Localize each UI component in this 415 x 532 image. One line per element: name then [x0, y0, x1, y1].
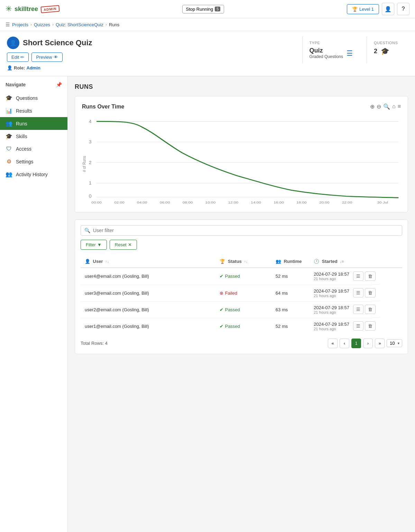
cell-actions: ☰ 🗑: [371, 301, 380, 318]
table-row: user1@email.com (Gosling, Bill) ✔Passed …: [81, 318, 402, 334]
table-row: user3@email.com (Gosling, Bill) ⊗Failed …: [81, 285, 402, 301]
sidebar-label-activity: Activity History: [16, 172, 48, 177]
zoom-out-icon[interactable]: ⊖: [377, 103, 381, 110]
page-1-button[interactable]: 1: [351, 339, 361, 348]
cell-status: ✔Passed: [215, 268, 271, 285]
sidebar-item-activity-history[interactable]: 👥 Activity History: [0, 168, 67, 181]
per-page-select[interactable]: 10 25 50: [387, 339, 402, 347]
filter-card: 🔍 Filter ▼ Reset ✕ 👤 Use: [75, 219, 408, 354]
breadcrumb: ☰ Projects › Quizzes › Quiz: ShortScienc…: [0, 18, 415, 31]
sidebar-item-results[interactable]: 📊 Results: [0, 104, 67, 117]
role-value: Admin: [27, 65, 40, 70]
filter-button[interactable]: Filter ▼: [81, 240, 107, 250]
svg-text:02:00: 02:00: [114, 200, 124, 204]
svg-text:12:00: 12:00: [228, 200, 238, 204]
next-page-button[interactable]: ›: [363, 339, 373, 348]
col-header-status[interactable]: 🏆 Status ↑↓: [215, 255, 271, 268]
logo-text: skilltree: [15, 6, 38, 13]
check-icon: ✔: [220, 274, 223, 279]
user-sort-icon: ↑↓: [105, 259, 109, 264]
svg-text:14:00: 14:00: [251, 200, 261, 204]
delete-button[interactable]: 🗑: [365, 288, 376, 297]
per-page-wrap: 10 25 50: [387, 339, 402, 347]
sidebar-label-results: Results: [16, 108, 32, 114]
sidebar-item-access[interactable]: 🛡 Access: [0, 143, 67, 155]
quiz-title-row: 👤 Short Science Quiz: [7, 37, 92, 49]
edit-icon: ✏: [20, 55, 24, 60]
breadcrumb-quiz-name[interactable]: Quiz: ShortScienceQuiz: [56, 22, 103, 27]
cell-runtime: 64 ms: [271, 285, 310, 301]
sidebar-title: Navigate: [6, 82, 26, 87]
sidebar-item-settings[interactable]: ⚙ Settings: [0, 155, 67, 168]
cell-status: ✔Passed: [215, 301, 271, 318]
detail-button[interactable]: ☰: [353, 321, 363, 331]
search-input[interactable]: [93, 228, 398, 233]
stop-running-button[interactable]: Stop Running 5: [182, 5, 224, 13]
quiz-right: TYPE Quiz Graded Questions ☰ QUESTIONS 2…: [302, 37, 408, 63]
first-page-button[interactable]: «: [328, 339, 338, 348]
status-passed: ✔Passed: [220, 307, 267, 312]
search-row: 🔍: [81, 225, 402, 236]
type-label: TYPE: [310, 41, 353, 45]
user-profile-button[interactable]: 👤: [382, 3, 394, 15]
quiz-avatar: 👤: [7, 37, 19, 49]
col-header-started[interactable]: 🕐 Started ↓=: [310, 255, 371, 268]
sidebar-item-runs[interactable]: 👥 Runs: [0, 117, 67, 130]
runtime-col-icon: 👥: [276, 259, 281, 264]
cell-actions: ☰ 🗑: [371, 268, 380, 285]
logo-area: ✳ skilltree ADMIN: [6, 4, 59, 13]
delete-button[interactable]: 🗑: [365, 321, 376, 331]
preview-button[interactable]: Preview 👁: [31, 53, 62, 62]
sidebar-item-questions[interactable]: 🎓 Questions: [0, 92, 67, 104]
sidebar-label-skills: Skills: [16, 134, 27, 139]
sidebar-label-access: Access: [16, 146, 31, 152]
svg-text:# of Runs: # of Runs: [82, 156, 87, 172]
sidebar-label-questions: Questions: [16, 95, 38, 101]
prev-page-button[interactable]: ‹: [340, 339, 349, 348]
breadcrumb-projects[interactable]: Projects: [12, 22, 28, 27]
detail-button[interactable]: ☰: [353, 305, 363, 314]
cell-status: ⊗Failed: [215, 285, 271, 301]
question-icon: ?: [402, 6, 405, 12]
cell-user: user4@email.com (Gosling, Bill): [81, 268, 215, 285]
header: ✳ skilltree ADMIN Stop Running 5 🏆 Level…: [0, 0, 415, 18]
svg-text:10:00: 10:00: [205, 200, 216, 204]
access-nav-icon: 🛡: [6, 146, 12, 152]
table-row: user2@email.com (Gosling, Bill) ✔Passed …: [81, 301, 402, 318]
questions-nav-icon: 🎓: [6, 95, 12, 101]
col-header-runtime[interactable]: 👥 Runtime: [271, 255, 310, 268]
total-rows-label: Total Rows: 4: [81, 341, 108, 346]
svg-text:16:00: 16:00: [274, 200, 284, 204]
cell-user: user2@email.com (Gosling, Bill): [81, 301, 215, 318]
detail-button[interactable]: ☰: [353, 272, 363, 281]
table-head: 👤 User ↑↓ 🏆 Status ↑↓ 👥 Runtime 🕐: [81, 255, 402, 268]
last-page-button[interactable]: »: [375, 339, 385, 348]
sidebar-item-skills[interactable]: 🎓 Skills: [0, 130, 67, 143]
fail-icon: ⊗: [220, 291, 223, 296]
delete-button[interactable]: 🗑: [365, 305, 376, 314]
table-header-row: 👤 User ↑↓ 🏆 Status ↑↓ 👥 Runtime 🕐: [81, 255, 402, 268]
zoom-in-icon[interactable]: ⊕: [370, 103, 375, 110]
quiz-buttons: Edit ✏ Preview 👁: [7, 53, 92, 62]
type-icon: ☰: [347, 49, 353, 57]
sidebar: Navigate 📌 🎓 Questions 📊 Results 👥 Runs …: [0, 76, 68, 532]
zoom-reset-icon[interactable]: 🔍: [383, 103, 390, 110]
svg-text:0: 0: [89, 194, 92, 199]
cell-user: user3@email.com (Gosling, Bill): [81, 285, 215, 301]
pin-icon[interactable]: 📌: [56, 82, 62, 87]
questions-label: QUESTIONS: [374, 41, 401, 45]
delete-button[interactable]: 🗑: [365, 272, 376, 281]
level-button[interactable]: 🏆 Level 1: [347, 4, 379, 14]
chart-card: Runs Over Time ⊕ ⊖ 🔍 ⌂ ≡ 4 3 2 1 0: [75, 96, 408, 212]
search-icon: 🔍: [84, 228, 90, 233]
menu-icon[interactable]: ≡: [398, 103, 401, 110]
skills-nav-icon: 🎓: [6, 133, 12, 140]
detail-button[interactable]: ☰: [353, 288, 363, 297]
col-header-user[interactable]: 👤 User ↑↓: [81, 255, 215, 268]
help-button[interactable]: ?: [397, 3, 409, 15]
reset-button[interactable]: Reset ✕: [110, 240, 137, 250]
breadcrumb-quizzes[interactable]: Quizzes: [34, 22, 50, 27]
edit-button[interactable]: Edit ✏: [7, 53, 29, 62]
status-sort-icon: ↑↓: [244, 259, 248, 264]
home-icon[interactable]: ⌂: [392, 103, 396, 110]
